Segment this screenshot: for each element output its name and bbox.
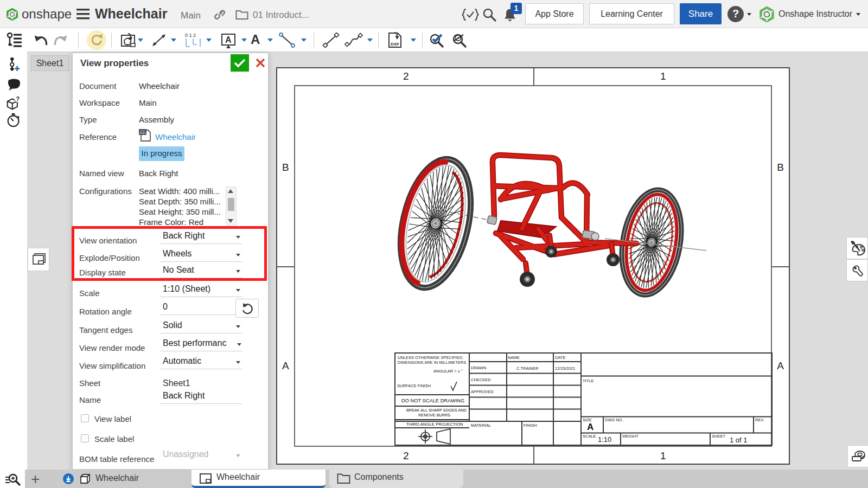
svg-text:DRAWN: DRAWN	[471, 365, 486, 370]
svg-text:ANGULAR = ± °: ANGULAR = ± °	[433, 369, 463, 374]
svg-text:DO NOT SCALE DRAWING: DO NOT SCALE DRAWING	[401, 398, 464, 403]
svg-text:WEIGHT: WEIGHT	[622, 434, 639, 439]
svg-text:MATERIAL: MATERIAL	[471, 423, 491, 428]
svg-text:A: A	[587, 422, 593, 432]
svg-text:FINISH: FINISH	[524, 423, 537, 428]
svg-text:A: A	[225, 35, 232, 44]
svg-text:SURFACE FINISH: SURFACE FINISH	[397, 383, 431, 388]
svg-text:BREAK ALL SHARP EDGES AND: BREAK ALL SHARP EDGES AND	[406, 408, 467, 413]
svg-text:DWG NO.: DWG NO.	[605, 418, 623, 422]
svg-text:SCALE: SCALE	[583, 434, 596, 439]
svg-text:THIRD ANGLE PROJECTION: THIRD ANGLE PROJECTION	[406, 422, 463, 427]
svg-text:TITLE: TITLE	[583, 378, 593, 383]
svg-text:0 1 2: 0 1 2	[185, 33, 196, 38]
svg-text:CHECKED: CHECKED	[471, 377, 491, 382]
svg-text:1:10: 1:10	[598, 435, 611, 444]
svg-text:C.TRAINER: C.TRAINER	[516, 366, 539, 371]
svg-text:NAME: NAME	[508, 355, 520, 360]
svg-text:1 of 1: 1 of 1	[730, 436, 748, 444]
svg-text:SHEET: SHEET	[712, 434, 725, 439]
svg-text:DIMENSIONS ARE IN MILLIMETERS: DIMENSIONS ARE IN MILLIMETERS	[398, 360, 466, 365]
svg-text:REMOVE BURRS: REMOVE BURRS	[418, 413, 450, 418]
svg-text:DXF: DXF	[391, 42, 399, 47]
svg-text:REV.: REV.	[755, 418, 764, 422]
svg-text:?: ?	[16, 95, 20, 102]
svg-text:APPROVED: APPROVED	[471, 389, 494, 394]
svg-text:DATE: DATE	[555, 355, 565, 360]
svg-text:UNLESS OTHERWISE SPECIFIED,: UNLESS OTHERWISE SPECIFIED,	[398, 355, 463, 360]
svg-text:12/15/2021: 12/15/2021	[555, 366, 576, 371]
